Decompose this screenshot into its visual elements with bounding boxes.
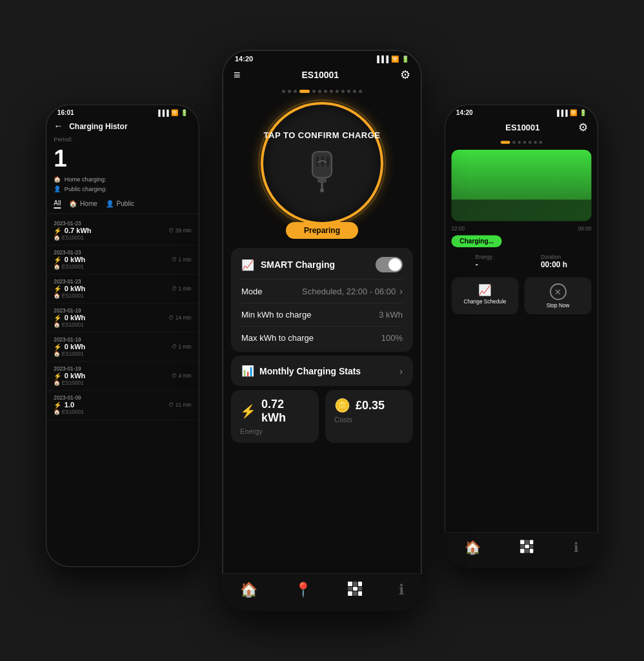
left-phone: 16:01 ▐▐▐🛜🔋 ← Charging Histor Period: 1 …: [45, 104, 199, 567]
center-nav-home[interactable]: 🏠: [240, 582, 257, 598]
right-nav-home[interactable]: 🏠: [465, 540, 481, 555]
home-nav-icon: 🏠: [465, 540, 481, 555]
right-nav-info[interactable]: ℹ: [574, 540, 578, 555]
qr-center-icon: [348, 582, 362, 596]
right-phone: 14:20 ▐▐▐🛜🔋 ES10001 ⚙ 22:00 06: [444, 104, 598, 567]
right-bottom-nav: 🏠 ℹ: [444, 533, 598, 567]
chart-fill: [451, 150, 591, 199]
charging-chart: [451, 150, 591, 221]
center-nav-info[interactable]: ℹ: [399, 582, 404, 598]
info-nav-icon: ℹ: [574, 540, 578, 555]
right-nav-qr[interactable]: [521, 540, 534, 555]
center-phone: 14:20 ▐▐▐🛜🔋 ≡ ES10001 ⚙: [222, 50, 422, 611]
charge-circle-wrapper: TAP TO CONFIRM CHARGE: [261, 102, 383, 239]
circle-glow: [258, 99, 386, 227]
smart-charging-toggle[interactable]: [376, 257, 403, 272]
qr-nav-icon: [521, 540, 534, 553]
center-bottom-nav: 🏠 📍 ℹ: [222, 573, 422, 611]
info-center-icon: ℹ: [399, 582, 404, 598]
toggle-thumb: [388, 258, 401, 271]
location-nav-icon: 📍: [294, 582, 312, 598]
charge-circle[interactable]: TAP TO CONFIRM CHARGE: [261, 102, 383, 225]
center-nav-qr[interactable]: [348, 582, 362, 598]
home-nav-icon-active: 🏠: [240, 582, 257, 598]
center-nav-location[interactable]: 📍: [294, 582, 312, 598]
